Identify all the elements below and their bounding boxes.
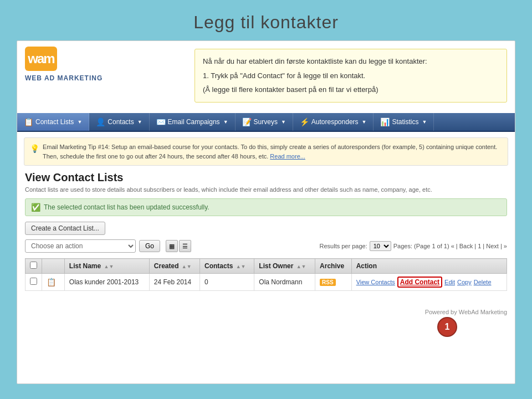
edit-link[interactable]: Edit (444, 279, 455, 285)
tip-bar: 💡 Email Marketing Tip #14: Setup an emai… (24, 137, 508, 166)
contacts-icon: 👤 (96, 117, 105, 126)
tip-icon: 💡 (30, 143, 39, 155)
select-all-checkbox[interactable] (30, 262, 37, 269)
info-line1: Nå når du har etablert din første kontak… (203, 56, 499, 67)
nav-arrow-3: ▼ (223, 119, 228, 125)
info-line2: 1. Trykk på "Add Contact" for å legge ti… (203, 70, 499, 81)
page-title: Legg til kontakter (0, 0, 532, 40)
logo-text: WEB AD MARKETING (25, 74, 136, 83)
nav-surveys-label: Surveys (254, 118, 278, 126)
results-per-page-select[interactable]: 10 (370, 241, 391, 251)
action-links: View Contacts Add Contact Edit Copy Dele… (356, 277, 502, 288)
results-label: Results per page: (320, 243, 367, 249)
header-list-owner[interactable]: List Owner ▲▼ (254, 259, 315, 274)
footer: Powered by WebAd Marketing (17, 304, 515, 320)
row-icon-cell: 📋 (42, 274, 65, 291)
copy-link[interactable]: Copy (457, 279, 472, 285)
view-subtitle: Contact lists are used to store details … (25, 186, 507, 193)
autoresponders-icon: ⚡ (300, 117, 309, 126)
header-action: Action (351, 259, 507, 274)
success-icon: ✅ (31, 203, 40, 212)
header-contacts[interactable]: Contacts ▲▼ (200, 259, 254, 274)
row-contacts: 0 (200, 274, 254, 291)
nav-surveys[interactable]: 📝 Surveys ▼ (236, 113, 293, 131)
nav-autoresponders[interactable]: ⚡ Autoresponders ▼ (293, 113, 374, 131)
success-message: The selected contact list has been updat… (44, 203, 209, 211)
nav-arrow-6: ▼ (422, 119, 427, 125)
header-checkbox (25, 259, 42, 274)
row-checkbox[interactable] (30, 278, 37, 285)
row-archive: RSS (315, 274, 352, 291)
nav-arrow-2: ▼ (137, 119, 142, 125)
row-checkbox-cell (25, 274, 42, 291)
read-more-link[interactable]: Read more... (270, 153, 305, 160)
pagination-info: Pages: (Page 1 of 1) « | Back | 1 | Next… (393, 243, 507, 249)
pagination-right: Results per page: 10 Pages: (Page 1 of 1… (320, 241, 507, 251)
grid-view-button[interactable]: ▦ (166, 240, 178, 252)
contact-lists-table: List Name ▲▼ Created ▲▼ Contacts ▲▼ List… (25, 258, 507, 291)
nav-email-campaigns[interactable]: ✉️ Email Campaigns ▼ (150, 113, 236, 131)
action-select[interactable]: Choose an action (25, 239, 136, 253)
list-row-icon: 📋 (47, 278, 56, 287)
nav-arrow-5: ▼ (362, 119, 367, 125)
header-list-name[interactable]: List Name ▲▼ (64, 259, 149, 274)
nav-email-campaigns-label: Email Campaigns (168, 118, 220, 126)
nav-arrow-1: ▼ (77, 119, 82, 125)
nav-statistics[interactable]: 📊 Statistics ▼ (374, 113, 434, 131)
action-row: Choose an action Go ▦ ☰ Results per page… (25, 239, 507, 253)
nav-autoresponders-label: Autoresponders (311, 118, 359, 126)
add-contact-link[interactable]: Add Contact (397, 277, 442, 288)
logo-box: wam (25, 47, 136, 71)
success-bar: ✅ The selected contact list has been upd… (25, 198, 507, 216)
content-area: View Contact Lists Contact lists are use… (17, 171, 515, 299)
view-buttons: ▦ ☰ (166, 240, 191, 252)
nav-arrow-4: ▼ (281, 119, 286, 125)
surveys-icon: 📝 (242, 117, 252, 126)
view-contact-lists-title: View Contact Lists (25, 171, 507, 184)
row-created: 24 Feb 2014 (149, 274, 200, 291)
row-list-owner: Ola Nordmann (254, 274, 315, 291)
table-header-row: List Name ▲▼ Created ▲▼ Contacts ▲▼ List… (25, 259, 507, 274)
rss-badge: RSS (320, 279, 336, 286)
list-view-button[interactable]: ☰ (179, 240, 191, 252)
nav-contact-lists-label: Contact Lists (35, 118, 74, 126)
footer-text: Powered by WebAd Marketing (425, 309, 507, 315)
info-box: Nå når du har etablert din første kontak… (195, 49, 507, 103)
header-archive: Archive (315, 259, 352, 274)
create-contact-list-button[interactable]: Create a Contact List... (25, 222, 105, 235)
info-line3: (Å legge til flere kontakter basert på e… (203, 84, 499, 95)
logo-area: wam WEB AD MARKETING (25, 47, 136, 83)
header-created[interactable]: Created ▲▼ (149, 259, 200, 274)
nav-contacts-label: Contacts (108, 118, 134, 126)
header-icon-col (42, 259, 65, 274)
view-contacts-link[interactable]: View Contacts (356, 279, 395, 285)
nav-contact-lists[interactable]: 📋 Contact Lists ▼ (17, 113, 89, 131)
annotation-circle-1: 1 (437, 317, 457, 337)
nav-contacts[interactable]: 👤 Contacts ▼ (89, 113, 149, 131)
row-list-name: Olas kunder 2001-2013 (64, 274, 149, 291)
statistics-icon: 📊 (380, 117, 390, 126)
toolbar: Create a Contact List... (25, 222, 507, 235)
email-campaigns-icon: ✉️ (156, 117, 166, 126)
navbar: 📋 Contact Lists ▼ 👤 Contacts ▼ ✉️ Email … (17, 113, 515, 132)
table-row: 📋 Olas kunder 2001-2013 24 Feb 2014 0 Ol… (25, 274, 507, 291)
tip-text: Email Marketing Tip #14: Setup an email-… (43, 142, 502, 161)
row-actions: View Contacts Add Contact Edit Copy Dele… (351, 274, 507, 291)
contact-lists-icon: 📋 (24, 117, 33, 126)
go-button[interactable]: Go (139, 240, 160, 252)
logo-icon: wam (25, 47, 57, 71)
nav-statistics-label: Statistics (392, 118, 418, 126)
delete-link[interactable]: Delete (474, 279, 492, 285)
main-container: wam WEB AD MARKETING Nå når du har etabl… (17, 40, 515, 384)
